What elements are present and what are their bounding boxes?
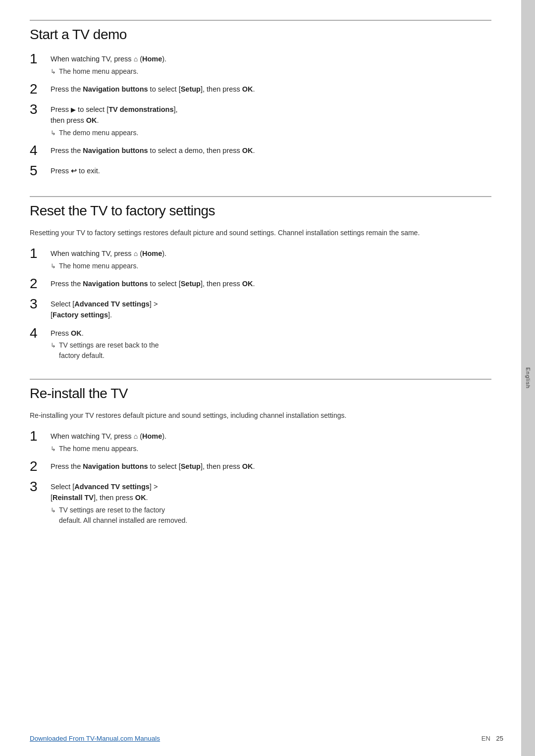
step-content-1-5: Press ↩ to exit. (51, 163, 491, 177)
step-2-3: 3 Select [Advanced TV settings] >[Factor… (30, 297, 491, 321)
bold-advanced-3-3: Advanced TV settings (74, 483, 149, 491)
section-reset-tv: Reset the TV to factory settings Resetti… (30, 196, 491, 361)
step-1-2: 2 Press the Navigation buttons to select… (30, 82, 491, 97)
bold-nav-1-2: Navigation buttons (83, 85, 148, 93)
step-text-2-1: When watching TV, press ⌂ (Home). (51, 250, 166, 257)
bold-nav-2-2: Navigation buttons (83, 280, 148, 288)
section-divider-3 (30, 379, 491, 380)
arrow-3-3: ↳ (51, 505, 56, 515)
sub-text-1-1: The home menu appears. (59, 66, 138, 77)
section-title-3: Re-install the TV (30, 386, 491, 402)
step-content-2-3: Select [Advanced TV settings] >[Factory … (51, 297, 491, 321)
sub-text-3-3: TV settings are reset to the factorydefa… (59, 505, 187, 526)
home-icon-3: ⌂ (134, 432, 138, 440)
footer-download-link[interactable]: Downloaded From TV-Manual.com Manuals (30, 735, 160, 742)
step-content-2-2: Press the Navigation buttons to select [… (51, 276, 491, 289)
step-number-1-4: 4 (30, 143, 51, 158)
step-content-1-1: When watching TV, press ⌂ (Home). ↳ The … (51, 51, 491, 77)
sub-text-1-3: The demo menu appears. (59, 128, 138, 138)
step-text-3-3: Select [Advanced TV settings] >[Reinstal… (51, 483, 158, 502)
sub-text-2-4: TV settings are reset back to thefactory… (59, 340, 159, 361)
bold-nav-3-2: Navigation buttons (83, 462, 148, 470)
bold-ok-1-4: OK (242, 147, 253, 154)
bold-ok-2-4: OK (71, 329, 82, 337)
footer-en-label: EN (482, 735, 490, 742)
sub-result-1-3: ↳ The demo menu appears. (51, 128, 491, 138)
bold-tvdemo-1-3: TV demonstrations (108, 105, 173, 113)
step-2-4: 4 Press OK. ↳ TV settings are reset back… (30, 326, 491, 361)
side-tab-label: English (525, 367, 531, 389)
play-icon-1-3: ▶ (71, 106, 76, 113)
section-desc-2: Resetting your TV to factory settings re… (30, 228, 491, 238)
section-reinstall-tv: Re-install the TV Re-installing your TV … (30, 379, 491, 526)
bold-factory-2-3: Factory settings (53, 311, 108, 319)
step-text-1-5: Press ↩ to exit. (51, 167, 100, 175)
step-number-3-1: 1 (30, 429, 51, 444)
step-number-3-3: 3 (30, 479, 51, 495)
sub-result-2-1: ↳ The home menu appears. (51, 261, 491, 271)
bold-home-2: Home (142, 250, 162, 257)
step-content-1-4: Press the Navigation buttons to select a… (51, 143, 491, 156)
step-text-2-4: Press OK. (51, 329, 84, 337)
bold-ok-3-2: OK (242, 462, 253, 470)
step-number-2-2: 2 (30, 276, 51, 292)
step-1-5: 5 Press ↩ to exit. (30, 163, 491, 179)
step-number-1-1: 1 (30, 51, 51, 67)
step-text-1-3: Press ▶ to select [TV demonstrations],th… (51, 105, 178, 124)
step-2-1: 1 When watching TV, press ⌂ (Home). ↳ Th… (30, 246, 491, 271)
bold-setup-2-2: Setup (181, 280, 201, 288)
steps-list-2: 1 When watching TV, press ⌂ (Home). ↳ Th… (30, 246, 491, 361)
sub-result-3-1: ↳ The home menu appears. (51, 444, 491, 454)
arrow-1-3: ↳ (51, 128, 56, 138)
steps-list-1: 1 When watching TV, press ⌂ (Home). ↳ Th… (30, 51, 491, 178)
bold-nav-1-4: Navigation buttons (83, 147, 148, 154)
step-text-1-2: Press the Navigation buttons to select [… (51, 85, 255, 93)
step-text-3-1: When watching TV, press ⌂ (Home). (51, 432, 166, 440)
sub-result-3-3: ↳ TV settings are reset to the factoryde… (51, 505, 491, 526)
section-title-1: Start a TV demo (30, 27, 491, 43)
bold-setup-1-2: Setup (181, 85, 201, 93)
section-divider-1 (30, 20, 491, 21)
step-content-3-1: When watching TV, press ⌂ (Home). ↳ The … (51, 429, 491, 454)
step-number-1-2: 2 (30, 82, 51, 97)
step-number-2-4: 4 (30, 326, 51, 341)
bold-home-3: Home (142, 432, 162, 440)
step-1-1: 1 When watching TV, press ⌂ (Home). ↳ Th… (30, 51, 491, 77)
step-text-1-1: When watching TV, press ⌂ (Home). (51, 55, 166, 63)
home-icon-2: ⌂ (134, 250, 138, 257)
footer-page-number: EN 25 (482, 735, 503, 742)
bold-setup-3-2: Setup (181, 462, 201, 470)
step-content-3-3: Select [Advanced TV settings] >[Reinstal… (51, 479, 491, 526)
steps-list-3: 1 When watching TV, press ⌂ (Home). ↳ Th… (30, 429, 491, 526)
bold-ok-3-3: OK (135, 494, 146, 502)
section-divider-2 (30, 196, 491, 197)
sub-result-1-1: ↳ The home menu appears. (51, 66, 491, 77)
arrow-3-1: ↳ (51, 444, 56, 454)
step-content-2-1: When watching TV, press ⌂ (Home). ↳ The … (51, 246, 491, 271)
step-text-2-2: Press the Navigation buttons to select [… (51, 280, 255, 288)
step-2-2: 2 Press the Navigation buttons to select… (30, 276, 491, 292)
step-text-2-3: Select [Advanced TV settings] >[Factory … (51, 300, 158, 319)
step-number-3-2: 2 (30, 459, 51, 474)
step-3-2: 2 Press the Navigation buttons to select… (30, 459, 491, 474)
step-1-3: 3 Press ▶ to select [TV demonstrations],… (30, 102, 491, 138)
step-3-1: 1 When watching TV, press ⌂ (Home). ↳ Th… (30, 429, 491, 454)
arrow-1-1: ↳ (51, 67, 56, 77)
step-content-2-4: Press OK. ↳ TV settings are reset back t… (51, 326, 491, 361)
bold-reinstall-3-3: Reinstall TV (53, 494, 94, 502)
footer-page-num: 25 (496, 735, 503, 742)
sub-text-3-1: The home menu appears. (59, 444, 138, 454)
step-content-1-2: Press the Navigation buttons to select [… (51, 82, 491, 95)
step-1-4: 4 Press the Navigation buttons to select… (30, 143, 491, 158)
home-icon-1: ⌂ (134, 55, 138, 63)
sub-result-2-4: ↳ TV settings are reset back to thefacto… (51, 340, 491, 361)
section-desc-3: Re-installing your TV restores default p… (30, 410, 491, 421)
step-content-1-3: Press ▶ to select [TV demonstrations],th… (51, 102, 491, 138)
step-number-2-1: 1 (30, 246, 51, 261)
bold-home-1: Home (142, 55, 162, 63)
sub-text-2-1: The home menu appears. (59, 261, 138, 271)
arrow-2-4: ↳ (51, 341, 56, 351)
arrow-2-1: ↳ (51, 261, 56, 271)
back-icon-1-5: ↩ (71, 167, 77, 175)
bold-ok-1-3: OK (86, 116, 97, 124)
